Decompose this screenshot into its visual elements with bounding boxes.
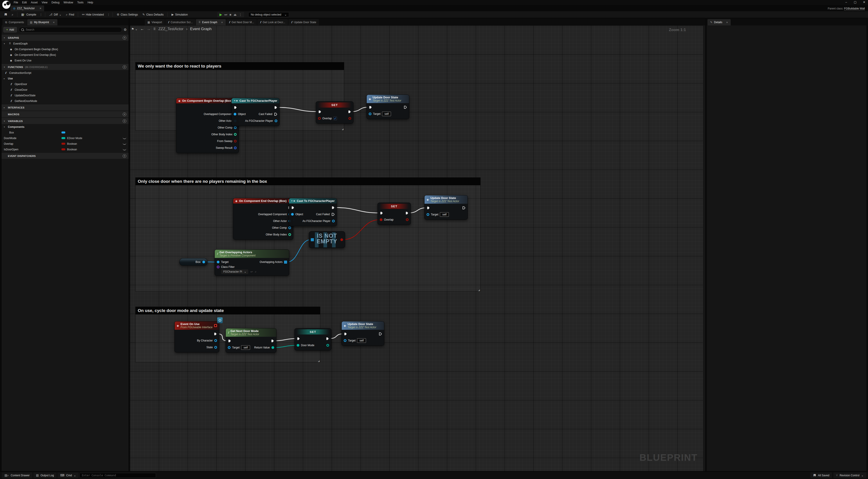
menu-window[interactable]: Window (61, 0, 75, 4)
sidebar-item-on-component-begin-overlap-box-[interactable]: ◈On Component Begin Overlap (Box) (2, 46, 128, 52)
checkbox-checked[interactable]: ✓ (333, 117, 337, 120)
pin-object[interactable]: Object (234, 113, 246, 116)
pin-exec[interactable] (405, 211, 409, 215)
pin-by-character[interactable]: By Character (197, 339, 217, 342)
text-input[interactable]: self (241, 345, 250, 350)
pin-target[interactable]: Targetself (427, 212, 449, 217)
exec-pin-icon[interactable] (228, 339, 231, 343)
exec-pin-icon[interactable] (274, 113, 277, 116)
revision-control-button[interactable]: ⑂ Revision Control ⌄ (833, 473, 866, 478)
exec-pin-icon[interactable] (331, 213, 335, 216)
variable-isdooropen[interactable]: IsDoorOpenBoolean (2, 147, 128, 152)
play-options-icon[interactable]: ⋮ (239, 13, 242, 17)
pin-overlap[interactable]: Overlap (380, 218, 394, 221)
content-drawer-button[interactable]: ▤⌕ Content Drawer (2, 473, 32, 478)
text-input[interactable]: self (382, 111, 391, 116)
data-pin-icon[interactable] (234, 140, 237, 142)
sidebar-item-closedoor[interactable]: fCloseDoor (2, 87, 128, 93)
exec-pin-icon[interactable] (404, 105, 407, 109)
pin-exec[interactable] (214, 332, 217, 336)
graph-tab-get-next-door-m-[interactable]: fGet Next Door M... (226, 19, 257, 26)
class-picker-dropdown[interactable]: FGCharacter Pl⌄ (221, 269, 248, 274)
item-arrow-icon[interactable]: ▾ (4, 126, 6, 128)
data-pin-icon[interactable] (327, 344, 329, 347)
pin-execin[interactable] (344, 332, 347, 336)
node-n14-set[interactable]: SETDoor Mode (294, 328, 331, 350)
pin-return-value[interactable]: Return Value (254, 346, 274, 349)
parent-class-link[interactable]: FGBuildable Wall (844, 7, 865, 10)
exec-pin-icon[interactable] (380, 211, 383, 215)
data-pin-icon[interactable] (340, 238, 343, 241)
compile-button[interactable]: ▦✓Compile (19, 12, 38, 17)
hide-unrelated-button[interactable]: ⚯Hide Unrelated (80, 12, 106, 17)
section-header-event-dispatchers[interactable]: EVENT DISPATCHERS+ (2, 153, 128, 159)
pin-execin[interactable] (291, 206, 294, 209)
find-button[interactable]: ⌕Find (64, 12, 76, 17)
sidebar-item-event-on-use[interactable]: ◈Event On Use (2, 58, 128, 63)
section-add-icon[interactable]: + (123, 154, 126, 158)
pin-exec[interactable] (462, 206, 466, 210)
pin-target[interactable]: Targetself (228, 345, 250, 350)
pin-execin[interactable] (380, 211, 383, 215)
exec-pin-icon[interactable] (326, 337, 329, 340)
browse-button[interactable]: ⌕ (10, 12, 15, 17)
pin-overlapping-actors[interactable]: Overlapping Actors (260, 260, 287, 264)
data-pin-icon[interactable] (380, 218, 382, 221)
menu-file[interactable]: File (12, 0, 20, 4)
node-n1-on-component-begin-overlap-box-[interactable]: ◈On Component Begin Overlap (Box)Overlap… (176, 98, 239, 153)
data-pin-icon[interactable] (217, 261, 219, 263)
node-n13-get-next-door-mode[interactable]: fGet Next Door ModeTarget is ZZZ Test Ac… (225, 328, 276, 353)
forward-arrow-icon[interactable]: → (147, 27, 151, 31)
pin-other-actor[interactable]: Other Actor (273, 220, 291, 223)
exec-pin-icon[interactable] (331, 206, 335, 209)
sidebar-item-constructionscript[interactable]: fConstructionScript (2, 70, 128, 76)
reset-icon[interactable]: ↩ (250, 270, 253, 274)
item-arrow-icon[interactable]: ▾ (4, 42, 6, 45)
browse-icon[interactable]: ⌕ (255, 270, 256, 274)
maximize-button[interactable]: ▢ (853, 0, 857, 4)
exec-pin-icon[interactable] (271, 339, 274, 343)
tab-close-icon[interactable]: ✕ (53, 21, 55, 24)
exec-pin-icon[interactable] (297, 337, 300, 340)
data-pin-icon[interactable] (297, 344, 300, 347)
pin-execin[interactable] (318, 110, 321, 114)
diff-button[interactable]: ⎇Diff⌄ (47, 12, 63, 17)
item-arrow-icon[interactable]: ▸ (4, 77, 6, 80)
close-button[interactable]: ✕ (862, 0, 866, 4)
menu-view[interactable]: View (40, 0, 50, 4)
pin-from-sweep[interactable]: From Sweep (217, 139, 237, 143)
exec-pin-icon[interactable] (318, 110, 321, 114)
all-saved-button[interactable]: 🖪 All Saved (810, 473, 832, 478)
section-header-macros[interactable]: MACROS+ (2, 111, 128, 117)
exec-pin-icon[interactable] (274, 106, 277, 109)
pin-exec[interactable] (331, 206, 335, 209)
pin-state[interactable]: State (207, 346, 217, 349)
pin-exec[interactable] (271, 339, 274, 343)
pin-exec[interactable] (326, 337, 329, 340)
section-add-icon[interactable]: + (123, 65, 126, 69)
comment-resize-handle[interactable]: ◢ (478, 289, 480, 291)
data-pin-icon[interactable] (214, 339, 217, 342)
sidebar-item-opendoor[interactable]: fOpenDoor (2, 81, 128, 87)
sidebar-item-updatedoorstate[interactable]: fUpdateDoorState (2, 93, 128, 98)
section-header-variables[interactable]: ▾VARIABLES+ (2, 118, 128, 124)
data-pin-icon[interactable] (214, 346, 217, 349)
exec-pin-icon[interactable] (344, 332, 347, 336)
menu-edit[interactable]: Edit (20, 0, 29, 4)
output-log-button[interactable]: ▤ Output Log (33, 473, 57, 478)
pin-sweep-result[interactable]: Sweep Result (216, 146, 237, 150)
node-n5-on-component-end-overlap-box-[interactable]: ◈On Component End Overlap (Box)Overlappe… (233, 198, 293, 240)
pin-execin[interactable] (228, 339, 231, 343)
eye-closed-icon[interactable] (123, 137, 126, 139)
data-pin-icon[interactable] (217, 266, 219, 268)
node-n9-is-not-empty[interactable]: IS NOTEMPTY (309, 231, 345, 248)
variable-overlap[interactable]: OverlapBoolean (2, 141, 128, 147)
console-command-input[interactable]: Enter Console Command (80, 473, 156, 478)
exec-pin-icon[interactable] (405, 211, 409, 215)
pin-target[interactable]: Targetself (344, 338, 366, 343)
pin-class-filter[interactable]: Class FilterFGCharacter Pl⌄↩⌕ (217, 265, 257, 274)
graph-tab-viewport[interactable]: ▦Viewport (145, 19, 165, 26)
section-arrow-icon[interactable]: ▸ (4, 106, 6, 109)
pin-overlapped-component[interactable]: Overlapped Component (258, 213, 291, 216)
data-pin-icon[interactable] (348, 117, 351, 120)
